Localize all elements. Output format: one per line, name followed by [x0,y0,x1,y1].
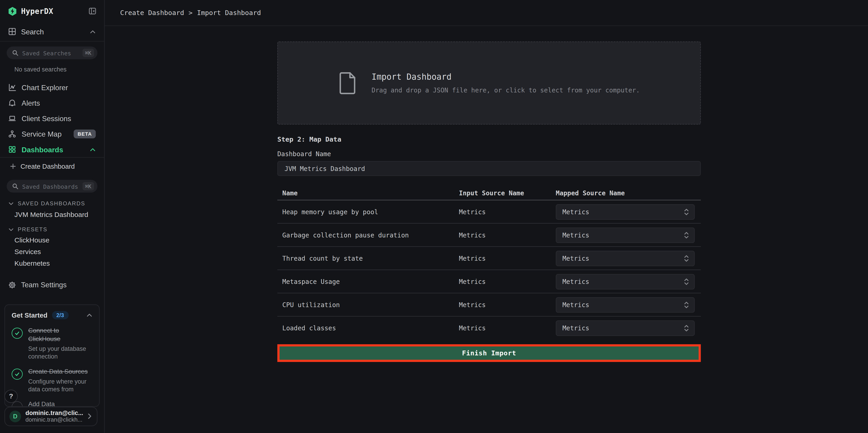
search-section-label: Search [21,28,85,36]
input-source-name: Metrics [459,254,556,262]
search-section-toggle[interactable]: Search [0,22,104,42]
chart-name: CPU utilization [277,301,459,308]
column-header-name: Name [277,189,459,197]
chevron-up-down-icon [684,301,689,308]
sidebar-item-label: Dashboards [22,146,63,154]
mapped-source-select[interactable]: Metrics [556,274,695,289]
sidebar-item-service-map[interactable]: Service Map BETA [0,126,104,142]
chart-name: Garbage collection pause duration [277,231,459,239]
input-source-name: Metrics [459,208,556,216]
step-text: Add Data Start sending logs, metrics, or… [28,400,90,407]
saved-searches-placeholder: Saved Searches [22,50,78,57]
app-window: HyperDX Search Saved Searches ⌘K No save… [0,0,868,433]
dashboards-icon [8,146,16,153]
input-source-name: Metrics [459,278,556,285]
table-header-row: Name Input Source Name Mapped Source Nam… [277,186,701,200]
main-area: Create Dashboard > Import Dashboard Impo… [104,0,868,433]
get-started-toggle[interactable]: Get Started 2/3 [11,311,92,319]
sidebar-item-clickhouse[interactable]: ClickHouse [14,236,104,244]
hyperdx-logo-icon [8,6,17,16]
step-title: Connect to ClickHouse [28,327,90,343]
sidebar-item-label: Alerts [22,99,40,107]
chart-name: Thread count by state [277,254,459,262]
table-row: Loaded classes Metrics Metrics [277,317,701,340]
get-started-step-add-data[interactable]: Add Data Start sending logs, metrics, or… [11,400,92,407]
team-settings-link[interactable]: Team Settings [0,280,104,290]
sidebar-item-label: Chart Explorer [22,84,68,92]
sidebar-item-client-sessions[interactable]: Client Sessions [0,111,104,126]
table-row: Garbage collection pause duration Metric… [277,223,701,247]
mapped-source-select[interactable]: Metrics [556,297,695,312]
finish-import-button[interactable]: Finish Import [280,346,699,360]
annotation-highlight: Finish Import [277,344,701,362]
gear-icon [8,281,16,289]
presets-group-toggle[interactable]: PRESETS [8,226,104,233]
sidebar-item-chart-explorer[interactable]: Chart Explorer [0,80,104,95]
get-started-title: Get Started [11,311,48,319]
app-title: HyperDX [21,7,53,16]
dashboard-name-label: Dashboard Name [277,150,701,158]
breadcrumb-separator: > [189,9,193,17]
step-title: Add Data [28,400,90,407]
selected-value: Metrics [562,324,589,332]
sidebar-item-kubernetes[interactable]: Kubernetes [14,259,104,267]
dropzone-title: Import Dashboard [372,72,640,82]
plus-icon [10,163,16,169]
user-menu[interactable]: D dominic.tran@clic... dominic.tran@clic… [4,407,97,426]
file-icon [338,71,357,95]
breadcrumb-create-dashboard[interactable]: Create Dashboard [120,9,184,17]
chart-name: Loaded classes [277,324,459,332]
step-desc: Set up your database connection [28,345,90,360]
table-row: Metaspace Usage Metrics Metrics [277,270,701,293]
input-source-name: Metrics [459,231,556,239]
input-source-name: Metrics [459,324,556,332]
chevron-up-icon [86,312,92,318]
column-header-input-source: Input Source Name [459,189,556,197]
input-source-name: Metrics [459,301,556,308]
selected-value: Metrics [562,208,589,216]
chevron-up-down-icon [684,254,689,262]
get-started-step-sources[interactable]: Create Data Sources Configure where your… [11,368,92,393]
team-settings-label: Team Settings [21,281,66,289]
table-row: Heap memory usage by pool Metrics Metric… [277,200,701,223]
import-dropzone[interactable]: Import Dashboard Drag and drop a JSON fi… [277,41,701,125]
dashboard-name-input[interactable] [277,161,701,176]
step-text: Create Data Sources Configure where your… [28,368,90,393]
mapped-source-select[interactable]: Metrics [556,227,695,243]
chevron-up-icon [90,29,96,35]
sidebar-item-dashboards[interactable]: Dashboards [0,142,104,157]
mapped-source-select[interactable]: Metrics [556,250,695,266]
beta-badge: BETA [74,130,96,138]
sidebar-item-services[interactable]: Services [14,248,104,256]
mapped-source-select[interactable]: Metrics [556,204,695,219]
shortcut-badge: ⌘K [82,182,94,190]
mapped-source-select[interactable]: Metrics [556,320,695,336]
step-title: Create Data Sources [28,368,90,376]
chevron-up-down-icon [684,278,689,285]
get-started-step-connect[interactable]: Connect to ClickHouse Set up your databa… [11,327,92,360]
saved-dashboards-group-toggle[interactable]: SAVED DASHBOARDS [8,200,104,207]
chevron-down-icon [8,200,14,206]
mapping-table: Name Input Source Name Mapped Source Nam… [277,186,701,340]
help-button[interactable]: ? [4,390,18,403]
selected-value: Metrics [562,278,589,285]
import-dashboard-panel: Import Dashboard Drag and drop a JSON fi… [277,26,701,362]
group-header-label: PRESETS [18,226,48,233]
create-dashboard-button[interactable]: Create Dashboard [0,159,104,174]
sidebar-item-label: Service Map [22,130,62,138]
home-link[interactable]: HyperDX [8,6,53,16]
collapse-sidebar-icon[interactable] [89,7,96,15]
sidebar: HyperDX Search Saved Searches ⌘K No save… [0,0,104,433]
selected-value: Metrics [562,301,589,308]
sidebar-item-jvm-metrics-dashboard[interactable]: JVM Metrics Dashboard [14,211,104,219]
sidebar-item-alerts[interactable]: Alerts [0,95,104,111]
chevron-right-icon [87,413,92,420]
search-icon [12,183,18,189]
table-row: CPU utilization Metrics Metrics [277,293,701,316]
dropzone-text: Import Dashboard Drag and drop a JSON fi… [372,72,640,94]
table-row: Thread count by state Metrics Metrics [277,247,701,270]
saved-dashboards-input[interactable]: Saved Dashboards ⌘K [7,180,97,193]
group-header-label: SAVED DASHBOARDS [18,200,85,207]
saved-searches-input[interactable]: Saved Searches ⌘K [7,47,97,59]
breadcrumb-import-dashboard[interactable]: Import Dashboard [197,9,261,17]
